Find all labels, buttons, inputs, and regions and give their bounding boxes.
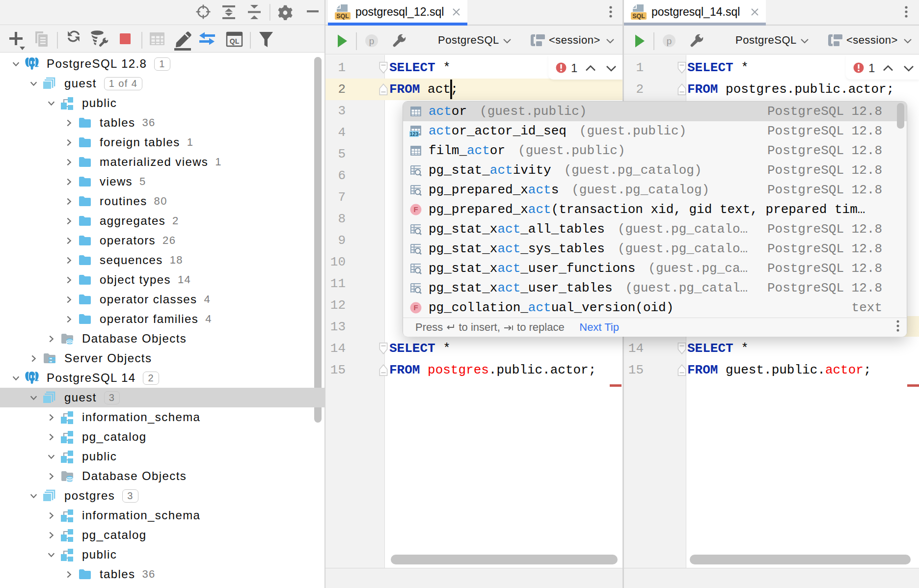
- svg-text:SQL: SQL: [632, 13, 645, 20]
- svg-text:QL: QL: [230, 37, 240, 45]
- svg-text:p: p: [667, 36, 672, 46]
- svg-text:1: 1: [571, 61, 577, 75]
- svg-text:1: 1: [868, 61, 875, 75]
- svg-text:p: p: [369, 36, 375, 46]
- svg-text:SQL: SQL: [336, 13, 349, 20]
